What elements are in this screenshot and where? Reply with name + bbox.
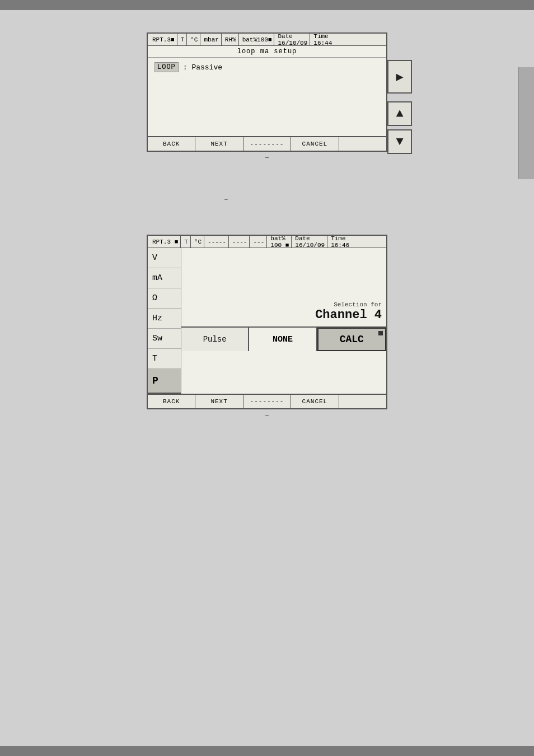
date-cell: Date 16/10/09 <box>275 34 310 45</box>
bat-cell: bat% 100 ■ <box>240 34 275 45</box>
screen1: RPT. 3 ■ T °C mbar RH% bat% <box>147 32 387 152</box>
up-arrow-button[interactable]: ▲ <box>387 101 412 126</box>
s2-back-button[interactable]: BACK <box>148 395 195 408</box>
screen2-button-row: BACK NEXT -------- CANCEL <box>148 394 386 408</box>
menu-item-sw[interactable]: Sw <box>148 329 181 349</box>
gap-spacer: – <box>112 195 422 201</box>
channel-label: Channel 4 <box>315 308 382 322</box>
unit3: RH% <box>223 34 239 45</box>
s2-cancel-button[interactable]: CANCEL <box>291 395 339 408</box>
menu-item-t[interactable]: T <box>148 349 181 369</box>
unit2: mbar <box>202 34 221 45</box>
screen2-dash: – <box>265 410 269 419</box>
s2-right-panel: Selection for Channel 4 Pulse NONE <box>181 248 386 394</box>
screen2-body: V mA Ω Hz Sw T <box>148 248 386 394</box>
cancel-button[interactable]: CANCEL <box>291 137 339 151</box>
rpt-label: RPT. 3 ■ <box>150 34 177 45</box>
s2-bat-cell: bat% 100 ■ <box>268 236 292 248</box>
s2-empty-cell <box>339 395 386 408</box>
right-arrow-button[interactable]: ▶ <box>387 60 412 94</box>
screen2-status-bar: RPT. 3 ■ T °C ----- ---- <box>148 236 386 248</box>
s2-selection-area: Selection for Channel 4 <box>181 248 386 326</box>
unit1: °C <box>188 34 200 45</box>
calc-selected-indicator <box>378 331 383 335</box>
menu-item-p[interactable]: P <box>148 369 181 394</box>
back-button[interactable]: BACK <box>148 137 195 151</box>
selection-info: Selection for Channel 4 <box>315 301 382 322</box>
s2-t-label: T <box>182 236 191 248</box>
menu-item-hz[interactable]: Hz <box>148 309 181 329</box>
empty-cell <box>339 137 386 151</box>
s2-rpt-label: RPT. 3 ■ <box>150 236 181 248</box>
loop-row: LOOP : Passive <box>154 62 380 72</box>
screen1-status-bar: RPT. 3 ■ T °C mbar RH% bat% <box>148 34 386 46</box>
menu-item-ma[interactable]: mA <box>148 268 181 288</box>
screen1-title: loop ma setup <box>148 46 386 58</box>
screen2: RPT. 3 ■ T °C ----- ---- <box>147 235 387 409</box>
s2-dashes3: --- <box>251 236 267 248</box>
main-content: RPT. 3 ■ T °C mbar RH% bat% <box>0 10 534 746</box>
t-label: T <box>179 34 188 45</box>
loop-label: LOOP <box>154 62 179 72</box>
pulse-option[interactable]: Pulse <box>181 328 249 351</box>
s2-options-row: Pulse NONE CALC <box>181 326 386 351</box>
menu-item-v[interactable]: V <box>148 248 181 268</box>
s2-dashes1: ----- <box>205 236 229 248</box>
s2-date-cell: Date 16/10/09 <box>293 236 327 248</box>
s2-dashes-cell: -------- <box>243 395 291 408</box>
bottom-bar <box>0 746 534 756</box>
s2-dashes2: ---- <box>230 236 250 248</box>
screen1-body: LOOP : Passive ▶ ▲ ▼ <box>148 58 386 136</box>
s2-unit1: °C <box>192 236 204 248</box>
none-option[interactable]: NONE <box>249 328 316 351</box>
down-arrow-button[interactable]: ▼ <box>387 129 412 154</box>
dashes-cell: -------- <box>243 137 291 151</box>
s2-next-button[interactable]: NEXT <box>195 395 243 408</box>
loop-value: : Passive <box>183 63 222 72</box>
top-bar <box>0 0 534 10</box>
next-button[interactable]: NEXT <box>195 137 243 151</box>
screen1-dash: – <box>265 153 269 162</box>
menu-item-ohm[interactable]: Ω <box>148 288 181 309</box>
screen1-button-row: BACK NEXT -------- CANCEL <box>148 136 386 151</box>
s2-menu: V mA Ω Hz Sw T <box>148 248 181 394</box>
calc-option[interactable]: CALC <box>317 328 386 351</box>
time-cell: Time 16:44 <box>311 34 334 45</box>
selection-for-label: Selection for <box>315 301 382 308</box>
s2-time-cell: Time 16:46 <box>329 236 352 248</box>
